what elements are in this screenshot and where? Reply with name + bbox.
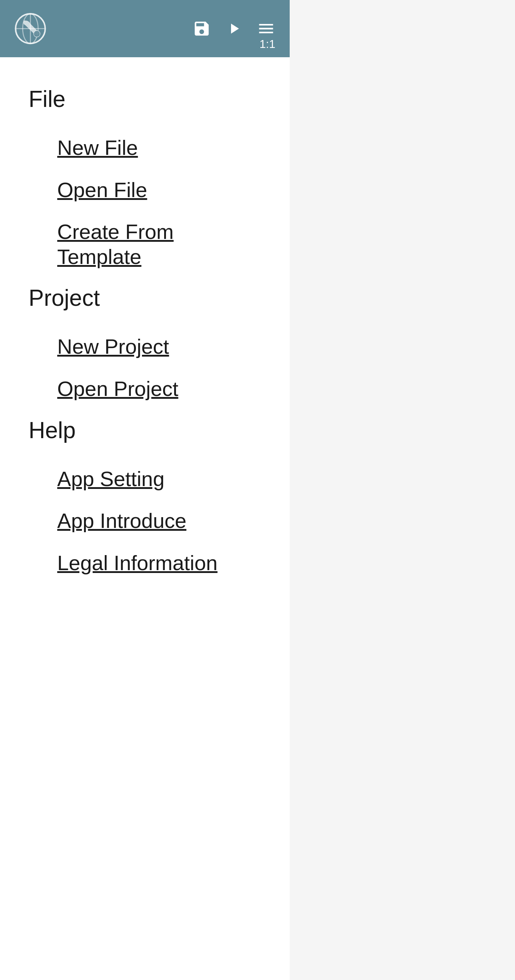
main-content: File New File Open File Create From Temp…	[0, 57, 290, 980]
header-actions	[192, 19, 275, 38]
new-file-link[interactable]: New File	[29, 127, 261, 169]
app-introduce-link[interactable]: App Introduce	[29, 500, 261, 542]
zoom-label: 1:1	[260, 38, 275, 51]
help-section-header: Help	[29, 417, 261, 444]
save-button[interactable]	[192, 19, 211, 38]
project-section: Project New Project Open Project	[29, 285, 261, 409]
app-header: 1:1	[0, 0, 290, 57]
play-button[interactable]	[225, 20, 243, 37]
project-section-header: Project	[29, 285, 261, 311]
open-file-link[interactable]: Open File	[29, 169, 261, 211]
app-logo	[14, 13, 46, 45]
menu-button[interactable]	[257, 19, 275, 38]
open-project-link[interactable]: Open Project	[29, 368, 261, 410]
new-project-link[interactable]: New Project	[29, 326, 261, 368]
file-section: File New File Open File Create From Temp…	[29, 86, 261, 278]
legal-information-link[interactable]: Legal Information	[29, 542, 261, 584]
create-from-template-link[interactable]: Create From Template	[29, 211, 261, 278]
app-setting-link[interactable]: App Setting	[29, 458, 261, 500]
svg-point-6	[33, 30, 40, 37]
file-section-header: File	[29, 86, 261, 112]
help-section: Help App Setting App Introduce Legal Inf…	[29, 417, 261, 584]
